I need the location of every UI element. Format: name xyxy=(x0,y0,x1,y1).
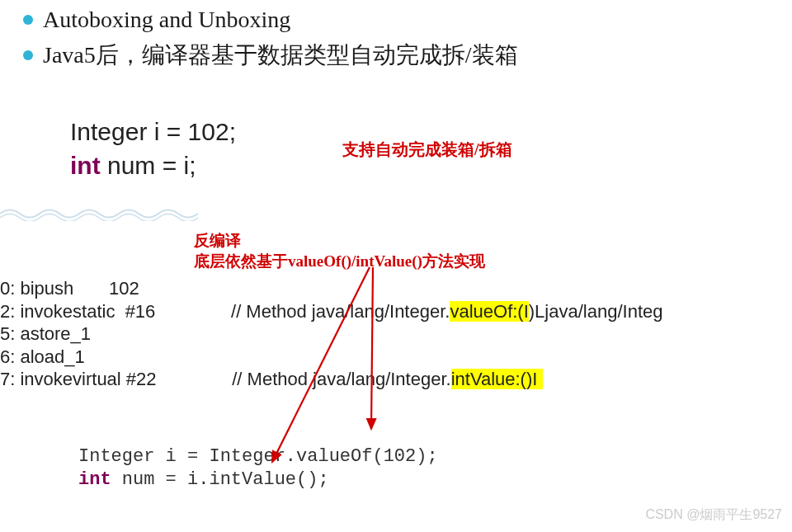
bullet-text-2: Java5后，编译器基于数据类型自动完成拆/装箱 xyxy=(43,39,518,71)
bullet-text-1: Autoboxing and Unboxing xyxy=(43,3,290,35)
annotation-decompile-line1: 反编译 xyxy=(194,231,485,252)
highlight-intvalue: intValue:()I xyxy=(451,369,543,389)
code-line-2-rest: num = i; xyxy=(101,152,196,179)
wavy-decoration-icon xyxy=(0,206,198,221)
code-line-1: Integer i = 102; xyxy=(70,115,236,149)
highlight-valueof: valueOf:(I xyxy=(450,301,528,322)
code-sample-desugared: Integer i = Integer.valueOf(102); int nu… xyxy=(78,445,438,491)
annotation-decompile-line2: 底层依然基于valueOf()/intValue()方法实现 xyxy=(194,252,485,272)
keyword-int: int xyxy=(78,469,111,490)
bullet-dot-icon xyxy=(23,15,33,25)
bullet-java5: Java5后，编译器基于数据类型自动完成拆/装箱 xyxy=(0,39,792,71)
code-line-2: int num = i; xyxy=(70,149,236,183)
code-sample-autoboxing: Integer i = 102; int num = i; xyxy=(70,115,236,182)
bullet-autoboxing: Autoboxing and Unboxing xyxy=(0,3,792,35)
annotation-support-autoboxing: 支持自动完成装箱/拆箱 xyxy=(342,139,512,161)
bytecode-listing: 0: bipush 102 2: invokestatic #16 // Met… xyxy=(0,277,662,391)
watermark-text: CSDN @烟雨平生9527 xyxy=(645,506,782,524)
bullet-dot-icon xyxy=(23,50,33,60)
annotation-decompile: 反编译 底层依然基于valueOf()/intValue()方法实现 xyxy=(194,231,485,271)
keyword-int: int xyxy=(70,152,101,179)
